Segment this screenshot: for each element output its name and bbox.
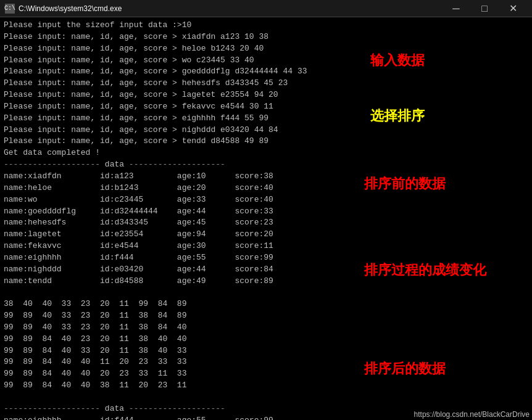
terminal-line: name:goeddddflg id:d32444444 age:44 scor… — [4, 206, 360, 218]
terminal-line: Please input: name, id, age, score > fek… — [4, 101, 360, 113]
terminal-line: Please input: name, id, age, score > hel… — [4, 43, 360, 55]
terminal-line: 99 89 84 40 40 11 20 23 33 33 — [4, 356, 360, 368]
watermark: https://blog.csdn.net/BlackCarDrive — [412, 409, 532, 420]
terminal-line: name:hehesdfs id:d343345 age:45 score:23 — [4, 217, 360, 229]
terminal-pane[interactable]: Please input the sizeof input data :>10P… — [0, 17, 364, 420]
terminal-line: Please input: name, id, age, score > wo … — [4, 55, 360, 67]
terminal-line: name:fekavvc id:e4544 age:30 score:11 — [4, 241, 360, 252]
terminal-line: 99 89 84 40 23 20 11 38 40 40 — [4, 334, 360, 345]
annotation-input-data: 输入数据 — [370, 51, 425, 70]
terminal-line: Please input: name, id, age, score > xia… — [4, 31, 360, 43]
terminal-line — [4, 392, 360, 403]
annotation-after-sort: 排序后的数据 — [364, 360, 446, 378]
terminal-line: Please input: name, id, age, score > lag… — [4, 89, 360, 101]
terminal-line: 99 89 40 33 23 20 11 38 84 40 — [4, 322, 360, 334]
titlebar-left: C:\ C:\Windows\system32\cmd.exe — [5, 4, 122, 14]
terminal-line — [4, 287, 360, 299]
terminal-line: name:lagetet id:e23554 age:94 score:20 — [4, 229, 360, 241]
terminal-line: 99 89 84 40 33 20 11 38 40 33 — [4, 345, 360, 357]
terminal-line: name:eighhhh id:f444 age:55 score:99 — [4, 415, 360, 420]
terminal-line: Get data completed ! — [4, 147, 360, 159]
terminal-line: name:tendd id:d84588 age:49 score:89 — [4, 276, 360, 287]
minimize-button[interactable]: ─ — [442, 0, 470, 17]
content-area: Please input the sizeof input data :>10P… — [0, 17, 532, 420]
annotations-pane: 输入数据选择排序排序前的数据排序过程的成绩变化排序后的数据 — [364, 17, 532, 420]
terminal-line: -------------------- data --------------… — [4, 159, 360, 171]
terminal-line: Please input the sizeof input data :>10 — [4, 20, 360, 31]
maximize-button[interactable]: □ — [470, 0, 499, 17]
terminal-line: 38 40 40 33 23 20 11 99 84 89 — [4, 299, 360, 310]
terminal-line: 99 89 84 40 40 20 23 33 11 33 — [4, 368, 360, 380]
close-button[interactable]: ✕ — [499, 0, 527, 17]
terminal-line: name:eighhhh id:f444 age:55 score:99 — [4, 252, 360, 264]
terminal-line: 99 89 40 33 23 20 11 38 84 89 — [4, 310, 360, 322]
terminal-line: Please input: name, id, age, score > nig… — [4, 125, 360, 136]
terminal-line: Please input: name, id, age, score > eig… — [4, 113, 360, 125]
terminal-line: name:xiadfdn id:a123 age:10 score:38 — [4, 171, 360, 183]
terminal-line: name:heloe id:b1243 age:20 score:40 — [4, 183, 360, 194]
terminal-line: name:wo id:c23445 age:33 score:40 — [4, 194, 360, 206]
annotation-choose-sort: 选择排序 — [370, 107, 425, 125]
titlebar-controls: ─ □ ✕ — [442, 0, 527, 17]
terminal-line: 99 89 84 40 40 38 11 20 23 11 — [4, 380, 360, 392]
cmd-icon: C:\ — [5, 4, 15, 14]
terminal-line: name:nighddd id:e03420 age:44 score:84 — [4, 264, 360, 276]
annotation-sort-process: 排序过程的成绩变化 — [364, 261, 486, 279]
terminal-line: Please input: name, id, age, score > heh… — [4, 78, 360, 89]
terminal-line: Please input: name, id, age, score > goe… — [4, 66, 360, 78]
annotation-before-sort: 排序前的数据 — [364, 175, 446, 193]
terminal-line: -------------------- data --------------… — [4, 403, 360, 415]
titlebar: C:\ C:\Windows\system32\cmd.exe ─ □ ✕ — [0, 0, 532, 17]
titlebar-title: C:\Windows\system32\cmd.exe — [19, 4, 122, 13]
terminal-line: Please input: name, id, age, score > ten… — [4, 136, 360, 147]
